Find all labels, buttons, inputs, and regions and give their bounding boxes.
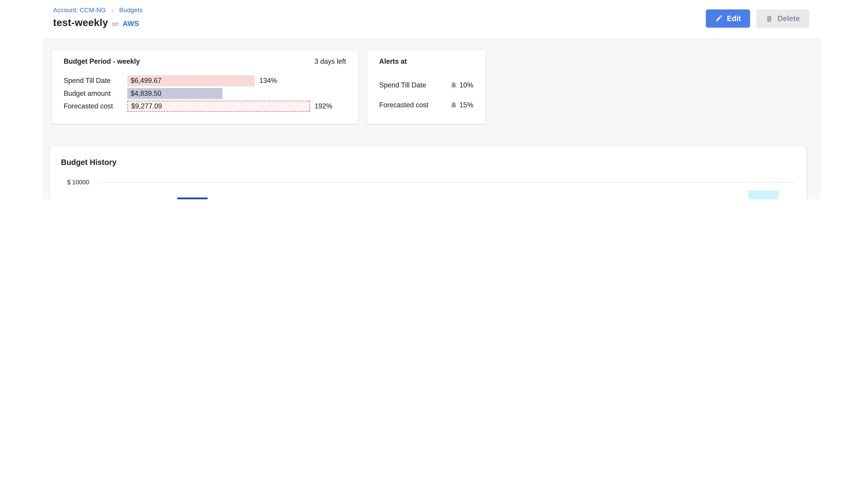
chart-bar-column[interactable]: [160, 183, 224, 199]
budget-history-title: Budget History: [61, 158, 796, 166]
title-on-text: on: [112, 21, 119, 27]
y-axis-max-label: $ 10000: [67, 179, 89, 185]
budget-row-percent: 134%: [259, 77, 277, 85]
budget-history-card: Budget History $ 10000 $ 0 19 Apr 2025 -…: [50, 145, 807, 199]
chart-bar-column[interactable]: [287, 183, 351, 199]
budget-history-chart: $ 10000 $ 0: [61, 182, 796, 199]
cost-bar[interactable]: [749, 191, 779, 199]
days-left-text: 3 days left: [314, 58, 346, 65]
summary-cards-row: Budget Period - weekly 3 days left Spend…: [52, 50, 820, 124]
budget-period-row: Forecasted cost$9,277.09192%: [64, 101, 346, 112]
alerts-list: Spend Till Date10%Forecasted cost15%: [379, 81, 473, 109]
delete-button[interactable]: Delete: [756, 9, 809, 28]
chart-bar-column[interactable]: [541, 183, 605, 199]
breadcrumb-account-link[interactable]: Account: CCM-NG: [53, 6, 106, 13]
chart-bar-column[interactable]: [669, 183, 732, 199]
delete-button-label: Delete: [778, 14, 800, 23]
budget-row-label: Forecasted cost: [64, 102, 127, 110]
budget-row-label: Spend Till Date: [64, 77, 127, 85]
pencil-icon: [715, 15, 722, 22]
page-title: test-weekly: [53, 17, 108, 29]
budget-row-bar: $4,839.50: [127, 88, 222, 99]
edit-button-label: Edit: [727, 14, 741, 23]
alert-percent: 10%: [460, 81, 473, 89]
chart-y-axis: $ 10000 $ 0: [61, 182, 97, 199]
alerts-card: Alerts at Spend Till Date10%Forecasted c…: [367, 50, 486, 124]
budget-period-card: Budget Period - weekly 3 days left Spend…: [52, 50, 358, 124]
alert-percent: 15%: [460, 101, 473, 109]
budget-period-title: Budget Period - weekly: [64, 58, 140, 65]
alert-label: Forecasted cost: [379, 101, 429, 109]
page-header: Account: CCM-NG › Budgets test-weekly on…: [43, 0, 820, 39]
budget-period-row: Budget amount$4,839.50: [64, 88, 346, 99]
budget-row-bar: $6,499.67: [127, 75, 255, 86]
chart-bar-column[interactable]: [97, 183, 160, 199]
chart-bar-column[interactable]: [414, 183, 478, 199]
chart-plot-area: [97, 182, 796, 199]
chart-bar-column[interactable]: [224, 183, 287, 199]
budget-row-percent: 192%: [315, 102, 332, 110]
chart-bar-column[interactable]: [605, 183, 669, 199]
viewport: Account: CCM-NG › Budgets test-weekly on…: [0, 0, 868, 199]
alert-threshold: 15%: [451, 101, 473, 109]
bell-icon: [451, 82, 457, 88]
alert-item: Forecasted cost15%: [379, 101, 473, 109]
cost-bar[interactable]: [177, 197, 208, 199]
bell-icon: [451, 102, 457, 108]
budget-row-value: $6,499.67: [127, 77, 161, 85]
alerts-card-title: Alerts at: [379, 58, 473, 65]
budget-period-row: Spend Till Date$6,499.67134%: [64, 75, 346, 86]
breadcrumb: Account: CCM-NG › Budgets: [43, 0, 820, 13]
content-area: Budget Period - weekly 3 days left Spend…: [43, 39, 820, 199]
chart-bar-column[interactable]: [478, 183, 541, 199]
budget-period-card-header: Budget Period - weekly 3 days left: [64, 58, 346, 65]
trash-icon: [766, 15, 773, 22]
budget-row-label: Budget amount: [64, 90, 127, 97]
budget-row-bar: $9,277.09: [127, 101, 310, 112]
edit-button[interactable]: Edit: [706, 9, 750, 28]
breadcrumb-budgets-link[interactable]: Budgets: [119, 6, 143, 13]
title-row: test-weekly on AWS: [43, 13, 820, 29]
alert-threshold: 10%: [451, 81, 473, 89]
page: Account: CCM-NG › Budgets test-weekly on…: [43, 0, 820, 199]
budget-period-rows: Spend Till Date$6,499.67134%Budget amoun…: [64, 75, 346, 112]
chart-bar-column[interactable]: [732, 183, 796, 199]
platform-link[interactable]: AWS: [123, 20, 139, 28]
forecasted-cost-bar[interactable]: [749, 191, 779, 199]
alert-label: Spend Till Date: [379, 81, 426, 89]
breadcrumb-separator-icon: ›: [112, 6, 114, 13]
header-actions: Edit Delete: [706, 9, 809, 28]
chart-bar-column[interactable]: [351, 183, 414, 199]
bars-host: [97, 183, 796, 199]
budget-row-value: $9,277.09: [128, 102, 162, 110]
budget-row-value: $4,839.50: [127, 90, 161, 97]
actual-cost-bar[interactable]: [177, 197, 208, 199]
alert-item: Spend Till Date10%: [379, 81, 473, 89]
